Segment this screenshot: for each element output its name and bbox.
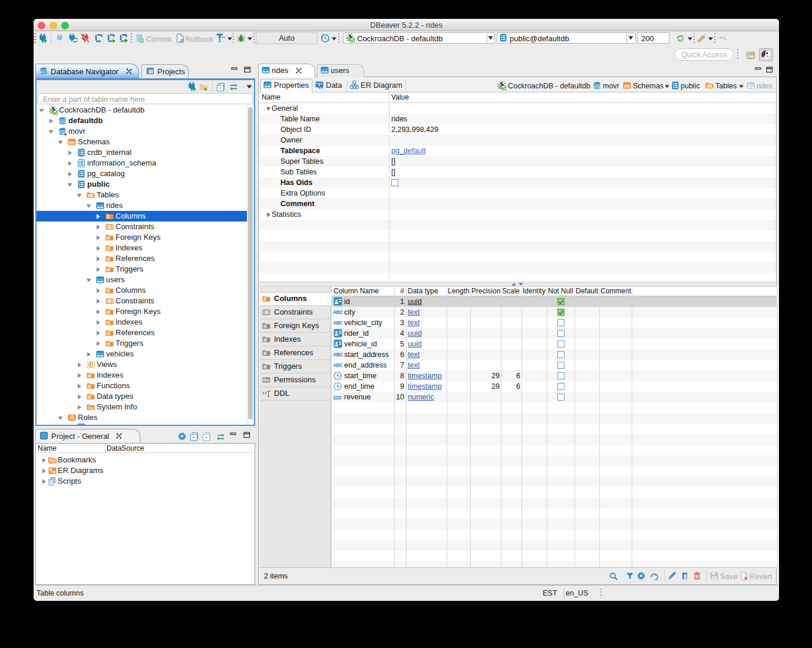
svg-text:(..): (..) [679,39,683,43]
